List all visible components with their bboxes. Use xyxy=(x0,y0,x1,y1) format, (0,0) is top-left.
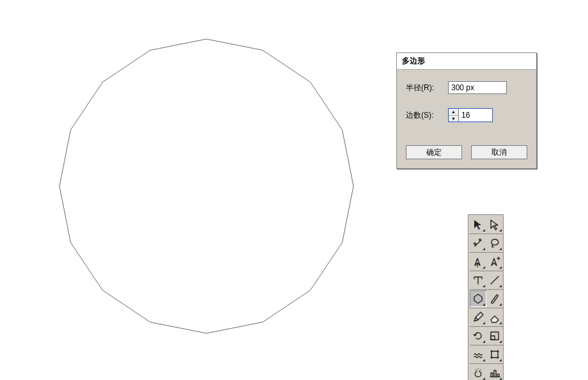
flyout-indicator-icon xyxy=(483,266,485,269)
lasso-tool[interactable] xyxy=(486,235,503,251)
radius-label: 半径(R): xyxy=(406,83,448,93)
tool-divider xyxy=(470,345,503,345)
flyout-indicator-icon xyxy=(483,285,485,287)
direct-selection-tool[interactable] xyxy=(486,216,503,233)
warp-tool[interactable] xyxy=(470,346,486,363)
tool-divider xyxy=(470,363,503,364)
svg-rect-3 xyxy=(491,351,498,358)
sides-input[interactable] xyxy=(459,109,492,122)
symbol-sprayer-tool[interactable] xyxy=(470,365,486,380)
tool-divider xyxy=(470,252,503,253)
radius-row: 半径(R): xyxy=(406,81,527,94)
svg-point-4 xyxy=(491,351,493,352)
radius-input[interactable] xyxy=(448,81,507,94)
dialog-buttons: 确定 取消 xyxy=(397,145,536,168)
rotate-tool[interactable] xyxy=(470,328,486,344)
pencil-tool[interactable] xyxy=(470,309,486,326)
tool-divider xyxy=(470,234,503,234)
flyout-indicator-icon xyxy=(499,340,502,343)
flyout-indicator-icon xyxy=(499,266,502,269)
pen-tool[interactable] xyxy=(470,253,486,270)
flyout-indicator-icon xyxy=(499,322,502,324)
flyout-indicator-icon xyxy=(483,229,485,232)
selection-tool[interactable] xyxy=(470,216,486,233)
flyout-indicator-icon xyxy=(499,248,502,250)
tools-panel xyxy=(468,214,504,380)
tool-divider xyxy=(470,326,503,327)
sides-increase-button[interactable]: ▲ xyxy=(449,109,458,116)
type-tool[interactable] xyxy=(470,272,486,289)
sides-stepper: ▲ ▼ xyxy=(448,108,493,122)
scale-tool[interactable] xyxy=(486,328,503,344)
sides-decrease-button[interactable]: ▼ xyxy=(449,116,458,122)
flyout-indicator-icon xyxy=(483,377,485,380)
cancel-button[interactable]: 取消 xyxy=(471,145,527,159)
tool-divider xyxy=(470,271,503,271)
tool-divider xyxy=(470,289,503,290)
polygon-dialog: 多边形 半径(R): 边数(S): ▲ ▼ 确定 取消 xyxy=(396,52,537,169)
flyout-indicator-icon xyxy=(499,229,502,232)
eraser-tool[interactable] xyxy=(486,309,503,326)
svg-point-6 xyxy=(491,357,493,359)
sides-row: 边数(S): ▲ ▼ xyxy=(406,108,527,122)
svg-marker-0 xyxy=(59,39,353,333)
flyout-indicator-icon xyxy=(499,377,502,380)
svg-rect-2 xyxy=(491,336,495,340)
column-graph-tool[interactable] xyxy=(486,365,503,380)
sides-label: 边数(S): xyxy=(406,110,448,121)
sides-spinner: ▲ ▼ xyxy=(449,109,459,122)
dialog-body: 半径(R): 边数(S): ▲ ▼ xyxy=(397,70,536,145)
tool-divider xyxy=(470,308,503,308)
magic-wand-tool[interactable] xyxy=(470,235,486,251)
polygon-tool[interactable] xyxy=(470,290,486,307)
polygon-shape[interactable] xyxy=(56,36,357,336)
line-segment-tool[interactable] xyxy=(486,272,503,289)
dialog-title: 多边形 xyxy=(397,53,536,70)
flyout-indicator-icon xyxy=(483,322,485,324)
ok-button[interactable]: 确定 xyxy=(406,145,462,159)
add-anchor-tool[interactable] xyxy=(486,253,503,270)
free-transform-tool[interactable] xyxy=(486,346,503,363)
paintbrush-tool[interactable] xyxy=(486,290,503,307)
flyout-indicator-icon xyxy=(499,359,502,361)
flyout-indicator-icon xyxy=(483,340,485,343)
flyout-indicator-icon xyxy=(483,359,485,361)
flyout-indicator-icon xyxy=(499,285,502,287)
flyout-indicator-icon xyxy=(499,303,502,306)
flyout-indicator-icon xyxy=(483,248,485,250)
flyout-indicator-icon xyxy=(483,303,485,306)
svg-point-5 xyxy=(497,351,499,352)
